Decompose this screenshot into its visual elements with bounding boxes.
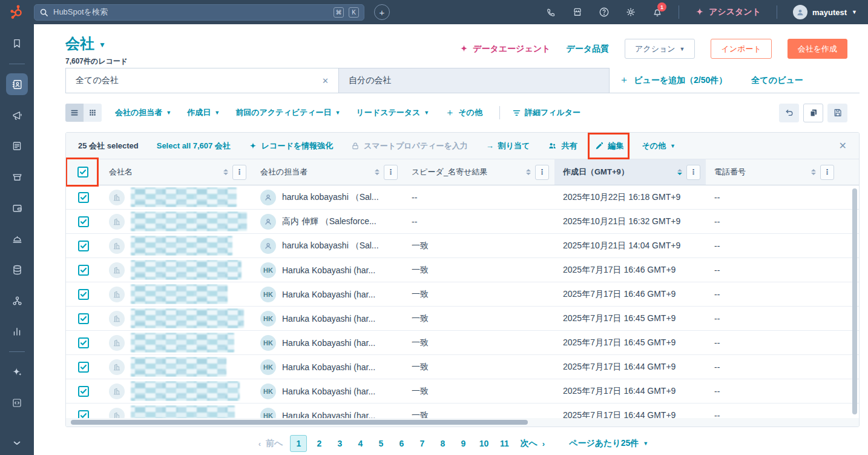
share-button[interactable]: 共有 [548,141,577,151]
table-row[interactable]: HKHaruka Kobayashi (har...一致2025年7月17日 1… [66,282,859,307]
filter-last-activity-date[interactable]: 前回のアクティビティー日▼ [235,107,340,118]
redacted-company-name[interactable] [131,260,242,280]
page-button-3[interactable]: 3 [331,435,348,452]
sort-control-active-descending[interactable] [677,169,682,175]
table-row[interactable]: HKHaruka Kobayashi (har...一致2025年7月17日 1… [66,307,859,331]
copy-view-button[interactable] [803,104,823,122]
calling-icon[interactable] [546,7,556,18]
column-menu-button[interactable]: ⋮ [232,165,246,180]
advanced-filters-button[interactable]: 詳細フィルター [512,107,580,118]
sidebar-item-commerce[interactable] [6,166,28,188]
table-row[interactable]: HKHaruka Kobayashi (har...一致2025年7月17日 1… [66,258,859,282]
list-view-toggle[interactable] [65,104,84,122]
column-menu-button[interactable]: ⋮ [535,165,549,180]
redacted-company-name[interactable] [131,381,240,401]
row-checkbox[interactable] [78,337,89,348]
sidebar-item-reporting[interactable] [6,320,28,342]
select-all-checkbox[interactable] [77,167,88,178]
sort-control[interactable] [223,169,228,175]
help-icon[interactable] [599,7,610,18]
data-quality-link[interactable]: データ品質 [566,44,609,55]
tab-my-companies[interactable]: 自分の会社 [339,68,610,93]
row-checkbox[interactable] [78,265,89,276]
select-all-link[interactable]: Select all 7,607 会社 [157,141,231,151]
filter-lead-status[interactable]: リードステータス▼ [357,107,430,118]
table-row[interactable]: HKHaruka Kobayashi (har...一致2025年7月17日 1… [66,355,859,379]
table-row[interactable]: HKHaruka Kobayashi (har...一致2025年7月17日 1… [66,404,859,419]
redacted-company-name[interactable] [131,308,244,328]
row-checkbox[interactable] [78,289,89,300]
table-row[interactable]: haruka kobayashi （Sal...一致2025年10月21日 14… [66,234,859,258]
row-checkbox[interactable] [78,192,89,203]
undo-button[interactable] [779,104,799,122]
filter-more-button[interactable]: ＋その他 [445,107,482,119]
column-header-company-name[interactable]: 会社名 ⋮ [100,159,252,185]
redacted-company-name[interactable] [131,333,234,353]
table-row[interactable]: haruka kobayashi （Sal...--2025年10月22日 16… [66,185,859,210]
row-checkbox[interactable] [78,313,89,324]
sidebar-item-ai[interactable] [6,361,28,383]
more-actions-dropdown[interactable]: その他 ▼ [642,141,676,151]
column-header-phone[interactable]: 電話番号 ⋮ [706,159,859,185]
page-button-4[interactable]: 4 [352,435,369,452]
sidebar-item-crm[interactable] [6,73,28,95]
vertical-scrollbar[interactable] [852,187,857,416]
assistant-button[interactable]: アシスタント [695,7,761,18]
all-views-link[interactable]: 全てのビュー [751,75,803,86]
object-type-selector[interactable]: 会社 ▼ [65,34,128,53]
edit-button[interactable]: 編集 [595,141,623,151]
column-menu-button[interactable]: ⋮ [686,165,700,180]
column-menu-button[interactable]: ⋮ [820,165,834,180]
sidebar-item-developer[interactable] [6,392,28,414]
sidebar-item-content[interactable] [6,135,28,157]
page-button-5[interactable]: 5 [372,435,389,452]
column-menu-button[interactable]: ⋮ [384,165,398,180]
row-checkbox[interactable] [78,216,89,227]
page-button-2[interactable]: 2 [311,435,327,452]
redacted-company-name[interactable] [131,284,228,304]
data-agent-button[interactable]: データエージェント [459,44,550,55]
marketplace-icon[interactable] [572,7,583,18]
assign-button[interactable]: → 割り当て [486,141,530,151]
close-selection-icon[interactable]: ✕ [839,140,847,151]
sidebar-item-automation[interactable] [6,290,28,311]
page-button-10[interactable]: 10 [475,435,492,452]
column-header-speeda-match[interactable]: スピーダ_名寄せ結果 ⋮ [403,159,554,185]
sidebar-item-marketing[interactable] [6,104,28,126]
sort-control[interactable] [375,169,380,175]
per-page-dropdown[interactable]: ページあたり25件 ▼ [569,438,648,449]
actions-dropdown-button[interactable]: アクション ▼ [625,39,695,59]
page-button-6[interactable]: 6 [393,435,410,452]
import-button[interactable]: インポート [711,39,771,59]
row-checkbox[interactable] [78,241,89,251]
table-row[interactable]: HKHaruka Kobayashi (har...一致2025年7月17日 1… [66,379,859,404]
add-view-button[interactable]: ＋ ビューを追加（2/50件） [619,74,727,87]
page-button-9[interactable]: 9 [455,435,472,452]
redacted-company-name[interactable] [131,405,235,419]
row-checkbox[interactable] [78,386,89,397]
notifications-bell-icon[interactable]: 1 [652,7,663,18]
page-button-1[interactable]: 1 [290,435,307,452]
redacted-company-name[interactable] [131,357,226,377]
page-button-11[interactable]: 11 [496,435,513,452]
column-header-company-owner[interactable]: 会社の担当者 ⋮ [252,159,403,185]
horizontal-scrollbar[interactable] [66,418,859,427]
next-page-button[interactable]: 次へ › [515,438,550,449]
settings-gear-icon[interactable] [625,7,636,18]
enrich-records-button[interactable]: レコードを情報強化 [249,141,333,151]
column-header-create-date[interactable]: 作成日（GMT+9） ⋮ [554,159,706,185]
global-search-input[interactable]: HubSpotを検索 ⌘ K [34,4,364,21]
sidebar-collapse-chevron-icon[interactable] [6,432,28,454]
filter-create-date[interactable]: 作成日▼ [187,107,220,118]
page-button-8[interactable]: 8 [434,435,451,452]
page-button-7[interactable]: 7 [413,435,430,452]
table-row[interactable]: HKHaruka Kobayashi (har...一致2025年7月17日 1… [66,331,859,355]
table-row[interactable]: 高内 伸輝 （Salesforce...--2025年10月21日 16:32 … [66,210,859,234]
row-checkbox[interactable] [78,362,89,373]
close-view-icon[interactable]: ✕ [322,76,329,85]
vertical-scrollbar-thumb[interactable] [852,188,857,414]
sidebar-item-data[interactable] [6,259,28,281]
save-view-button[interactable] [827,104,847,122]
filter-company-owner[interactable]: 会社の担当者▼ [115,107,171,118]
board-view-toggle[interactable] [84,104,102,122]
